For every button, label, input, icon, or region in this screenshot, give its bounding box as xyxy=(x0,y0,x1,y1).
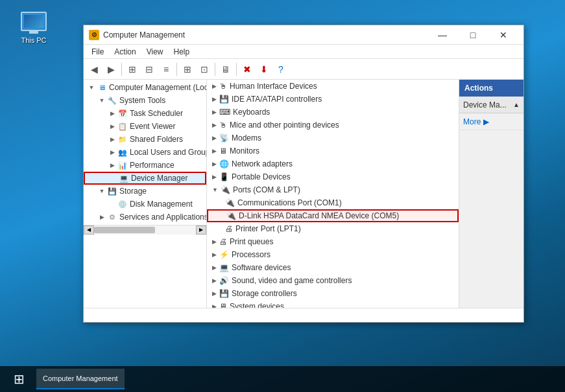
keyboards-label: Keyboards xyxy=(233,108,270,117)
list-item-processors[interactable]: ▶ ⚡ Processors xyxy=(207,248,459,261)
list-item-print-queues[interactable]: ▶ 🖨 Print queues xyxy=(207,235,459,248)
menu-file[interactable]: File xyxy=(86,46,109,58)
actions-more-item[interactable]: More ▶ xyxy=(459,113,523,130)
network-label: Network adapters xyxy=(232,159,293,168)
system-devices-label: System devices xyxy=(230,302,284,308)
list-item-ports[interactable]: ▼ 🔌 Ports (COM & LPT) xyxy=(207,183,459,196)
performance-icon: 📊 xyxy=(117,160,128,170)
toolbar-sep-3 xyxy=(215,63,215,76)
window-title: Computer Management xyxy=(103,30,424,40)
list-item-hid[interactable]: ▶ 🖱 Human Interface Devices xyxy=(207,80,459,93)
mice-label: Mice and other pointing devices xyxy=(230,121,339,130)
list-item-software-devices[interactable]: ▶ 💻 Software devices xyxy=(207,261,459,274)
ide-label: IDE ATA/ATAPI controllers xyxy=(232,95,322,104)
sidebar-item-task-scheduler[interactable]: ▶ 📅 Task Scheduler xyxy=(84,107,206,120)
actions-expand-icon: ▲ xyxy=(513,101,520,108)
sidebar-item-services-apps[interactable]: ▶ ⚙ Services and Applications xyxy=(84,211,206,224)
services-apps-label: Services and Applications xyxy=(119,213,207,222)
storage-controllers-label: Storage controllers xyxy=(232,289,297,298)
window-icon: ⚙ xyxy=(89,30,99,40)
ports-label: Ports (COM & LPT) xyxy=(233,185,300,194)
list-item-modems[interactable]: ▶ 📡 Modems xyxy=(207,132,459,144)
toolbar-btn5[interactable]: ⊡ xyxy=(197,62,212,77)
expander-shared: ▶ xyxy=(107,134,117,144)
expander-users: ▶ xyxy=(107,147,117,157)
lpt1-label: Printer Port (LPT1) xyxy=(235,224,301,233)
start-button[interactable]: ⊞ xyxy=(3,369,35,389)
event-viewer-icon: 📋 xyxy=(117,121,128,132)
scroll-right-btn[interactable]: ▶ xyxy=(196,225,206,235)
taskbar-item-computer-mgmt[interactable]: Computer Management xyxy=(36,369,125,389)
expander-event: ▶ xyxy=(107,121,117,132)
sidebar-item-performance[interactable]: ▶ 📊 Performance xyxy=(84,159,206,172)
sidebar-item-local-users[interactable]: ▶ 👥 Local Users and Groups xyxy=(84,146,206,159)
show-hide-tree-button[interactable]: ⊞ xyxy=(125,62,140,77)
task-scheduler-icon: 📅 xyxy=(117,108,128,119)
menu-view[interactable]: View xyxy=(141,46,169,58)
services-apps-icon: ⚙ xyxy=(107,212,117,222)
menu-action[interactable]: Action xyxy=(109,46,141,58)
sidebar-item-device-manager[interactable]: 💻 Device Manager xyxy=(84,172,206,185)
device-manager-icon: 💻 xyxy=(119,173,129,183)
this-pc-icon[interactable]: This PC xyxy=(14,12,53,44)
toolbar-btn6[interactable]: 🖥 xyxy=(218,62,234,77)
stop-button[interactable]: ✖ xyxy=(239,62,255,77)
expander-task: ▶ xyxy=(107,108,117,119)
shared-folders-label: Shared Folders xyxy=(130,135,183,144)
help-button[interactable]: ? xyxy=(273,62,289,77)
maximize-button[interactable]: □ xyxy=(458,25,488,45)
scroll-left-btn[interactable]: ◀ xyxy=(84,225,94,235)
toolbar-btn4[interactable]: ⊞ xyxy=(180,62,195,77)
toolbar-btn3[interactable]: ≡ xyxy=(158,62,174,77)
scrollbar-thumb xyxy=(94,227,155,233)
list-item-portable[interactable]: ▶ 📱 Portable Devices xyxy=(207,170,459,183)
center-panel: ▶ 🖱 Human Interface Devices ▶ 💾 IDE ATA/… xyxy=(207,80,459,308)
monitor-icon xyxy=(21,12,47,31)
list-item-storage-controllers[interactable]: ▶ 💾 Storage controllers xyxy=(207,287,459,300)
title-bar: ⚙ Computer Management — □ ✕ xyxy=(84,25,523,45)
portable-label: Portable Devices xyxy=(232,172,291,181)
system-tools-label: System Tools xyxy=(119,96,165,105)
minimize-button[interactable]: — xyxy=(427,25,457,45)
list-item-system-devices[interactable]: ▶ 🖥 System devices xyxy=(207,300,459,308)
actions-sub-header: Device Ma... ▲ xyxy=(459,97,523,113)
export-button[interactable]: ⬇ xyxy=(256,62,272,77)
actions-more-label: More ▶ xyxy=(463,117,489,126)
list-item-monitors[interactable]: ▶ 🖥 Monitors xyxy=(207,144,459,157)
list-item-com1[interactable]: 🔌 Communications Port (COM1) xyxy=(207,196,459,209)
toolbar-sep-2 xyxy=(176,63,177,76)
status-bar xyxy=(84,308,523,322)
toolbar-btn2[interactable]: ⊟ xyxy=(141,62,157,77)
sidebar-item-system-tools[interactable]: ▼ 🔧 System Tools xyxy=(84,94,206,107)
sidebar-item-event-viewer[interactable]: ▶ 📋 Event Viewer xyxy=(84,120,206,133)
window-controls: — □ ✕ xyxy=(427,25,518,45)
disk-mgmt-icon: 💿 xyxy=(117,199,128,209)
device-manager-label: Device Manager xyxy=(131,174,187,183)
toolbar-sep-1 xyxy=(121,63,122,76)
disk-mgmt-label: Disk Management xyxy=(130,200,193,209)
actions-sub-title: Device Ma... xyxy=(463,100,507,110)
local-users-label: Local Users and Groups xyxy=(130,148,207,157)
list-item-ide[interactable]: ▶ 💾 IDE ATA/ATAPI controllers xyxy=(207,93,459,106)
expander-perf: ▶ xyxy=(107,160,117,170)
actions-panel: Actions Device Ma... ▲ More ▶ xyxy=(459,80,523,308)
forward-button[interactable]: ▶ xyxy=(103,62,119,77)
sidebar-item-storage[interactable]: ▼ 💾 Storage xyxy=(84,185,206,198)
close-button[interactable]: ✕ xyxy=(488,25,518,45)
list-item-lpt1[interactable]: 🖨 Printer Port (LPT1) xyxy=(207,222,459,235)
menu-help[interactable]: Help xyxy=(169,46,195,58)
left-panel-scrollbar[interactable]: ◀ ▶ xyxy=(84,225,206,234)
sidebar-item-disk-mgmt[interactable]: 💿 Disk Management xyxy=(84,198,206,211)
list-item-keyboards[interactable]: ▶ ⌨ Keyboards xyxy=(207,106,459,119)
taskbar: ⊞ Computer Management xyxy=(0,366,565,392)
sidebar-item-computer-mgmt[interactable]: ▼ 🖥 Computer Management (Local) xyxy=(84,81,206,94)
list-item-mice[interactable]: ▶ 🖱 Mice and other pointing devices xyxy=(207,119,459,132)
system-tools-icon: 🔧 xyxy=(107,95,117,106)
list-item-network[interactable]: ▶ 🌐 Network adapters xyxy=(207,157,459,170)
shared-folders-icon: 📁 xyxy=(117,134,128,144)
list-item-sound[interactable]: ▶ 🔊 Sound, video and game controllers xyxy=(207,274,459,287)
sound-label: Sound, video and game controllers xyxy=(232,276,352,285)
sidebar-item-shared-folders[interactable]: ▶ 📁 Shared Folders xyxy=(84,133,206,146)
list-item-dlink[interactable]: 🔌 D-Link HSPA DataCard NMEA Device (COM5… xyxy=(207,209,459,222)
back-button[interactable]: ◀ xyxy=(86,62,102,77)
